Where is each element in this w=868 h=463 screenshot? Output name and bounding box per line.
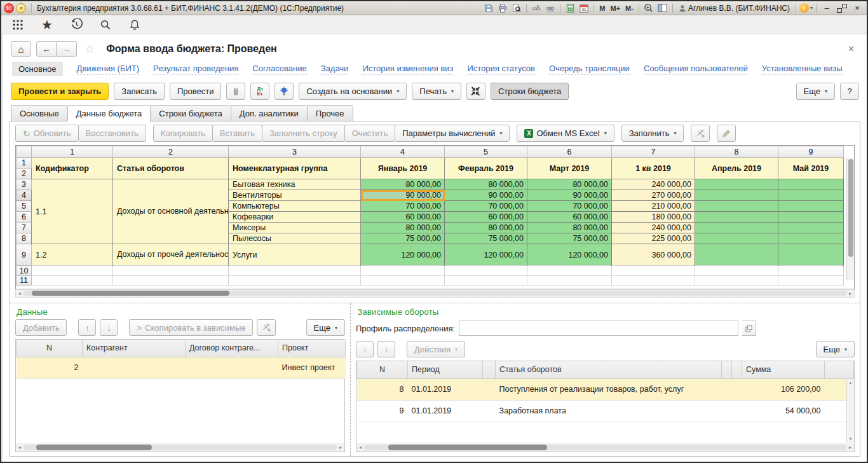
clear-button[interactable]: Очистить <box>344 125 396 142</box>
cell-article[interactable]: Поступления от реализации товаров, работ… <box>496 378 722 400</box>
calculator-button[interactable] <box>564 3 576 13</box>
cell-empty[interactable] <box>695 223 778 233</box>
excel-exchange-button[interactable]: XОбмен MS Excel▾ <box>517 125 614 142</box>
profile-input[interactable] <box>459 321 738 336</box>
table-row[interactable]: 2 Инвест проект <box>17 357 346 378</box>
cell-quarter-total[interactable]: 360 000,00 <box>612 244 695 266</box>
cell-empty[interactable] <box>778 201 844 212</box>
favorites-button[interactable]: ★ <box>39 17 55 32</box>
move-up-button[interactable]: ↑ <box>356 341 374 357</box>
cell-empty[interactable] <box>32 266 113 276</box>
cell-value[interactable]: 80 000,00 <box>361 179 445 190</box>
header-q1[interactable]: 1 кв 2019 <box>612 158 695 179</box>
budget-lines-button[interactable]: Строки бюджета <box>491 83 569 100</box>
cell-period[interactable]: 01.01.2019 <box>408 378 483 400</box>
row-header[interactable]: 7 <box>17 223 32 233</box>
header-april[interactable]: Апрель 2019 <box>695 158 778 179</box>
col-n[interactable]: N <box>357 361 408 378</box>
col-article[interactable]: Статья оборотов <box>496 361 722 378</box>
header-may[interactable]: Май 2019 <box>778 158 844 179</box>
data-table-hscrollbar[interactable]: ◂ ▸ <box>16 443 344 452</box>
cell-nomenclature[interactable]: Вентиляторы <box>229 190 361 201</box>
cell-article[interactable]: Доходы от прочей деятельности <box>113 244 229 266</box>
cell-quarter-total[interactable]: 270 000,00 <box>612 190 695 201</box>
scrollbar-thumb[interactable] <box>388 445 547 450</box>
cell-nomenclature[interactable]: Услуги <box>229 244 361 266</box>
cell-empty[interactable] <box>778 244 844 266</box>
nav-link-user-messages[interactable]: Сообщения пользователей <box>644 64 748 74</box>
cell-empty[interactable] <box>778 276 844 286</box>
grid-horizontal-scrollbar[interactable]: ◂ ▸ <box>15 289 855 298</box>
cell-empty[interactable] <box>778 190 844 201</box>
info-button[interactable]: i <box>799 3 809 13</box>
grid-corner[interactable] <box>17 146 32 158</box>
dependent-table[interactable]: N Период Статья оборотов Сумма 8 <box>356 361 855 452</box>
cell-empty[interactable] <box>113 266 229 276</box>
more-button[interactable]: Еще▾ <box>796 83 835 100</box>
copy-to-dependent-button[interactable]: >Скопировать в зависимые <box>129 319 253 336</box>
cell-value[interactable]: 80 000,00 <box>361 223 445 233</box>
swap-rows-button[interactable] <box>691 125 710 142</box>
scroll-right-icon[interactable]: ▸ <box>846 291 854 296</box>
create-based-on-button[interactable]: Создать на основании▾ <box>299 83 407 100</box>
cell-empty[interactable] <box>229 266 361 276</box>
row-header[interactable]: 5 <box>17 201 32 212</box>
grid-vertical-scrollbar[interactable] <box>846 158 854 280</box>
cell-article[interactable]: Заработная плата <box>496 400 722 422</box>
scrollbar-thumb[interactable] <box>36 445 152 450</box>
cell-empty[interactable] <box>778 233 844 244</box>
open-profile-button[interactable] <box>742 321 756 336</box>
hint-button[interactable] <box>275 83 294 100</box>
scroll-left-icon[interactable]: ◂ <box>16 291 24 296</box>
cell-codifier[interactable]: 1.1 <box>32 179 113 244</box>
cell-value[interactable]: 80 000,00 <box>527 179 612 190</box>
home-button[interactable]: ⌂ <box>11 41 31 57</box>
fill-button[interactable]: Заполнить▾ <box>621 125 684 142</box>
move-down-button[interactable]: ↓ <box>100 319 118 336</box>
cell-value[interactable]: 70 000,00 <box>361 201 445 212</box>
save-button[interactable] <box>482 3 495 13</box>
move-down-button[interactable]: ↓ <box>377 341 395 357</box>
row-header[interactable]: 8 <box>17 233 32 244</box>
cell-empty[interactable] <box>527 266 612 276</box>
row-header[interactable]: 10 <box>17 266 32 276</box>
cell-empty[interactable] <box>229 276 361 286</box>
cell-empty[interactable] <box>695 190 778 201</box>
nav-link-broadcast-queue[interactable]: Очередь трансляции <box>549 64 630 74</box>
cell-empty[interactable] <box>695 179 778 190</box>
move-up-button[interactable]: ↑ <box>78 319 96 336</box>
cell-quarter-total[interactable]: 210 000,00 <box>612 201 695 212</box>
cell-sum[interactable]: 54 000,00 <box>742 400 825 422</box>
col-header[interactable]: 6 <box>527 146 612 158</box>
col-header[interactable]: 4 <box>361 146 445 158</box>
calc-params-button[interactable]: Параметры вычислений▾ <box>395 125 510 142</box>
cell-empty[interactable] <box>695 201 778 212</box>
chevron-down-icon[interactable]: ▾ <box>810 5 813 11</box>
cell-empty[interactable] <box>361 266 445 276</box>
system-menu-button[interactable]: ▾ <box>16 3 26 13</box>
nav-link-status-history[interactable]: История статусов <box>467 64 535 74</box>
row-header[interactable]: 9 <box>17 244 32 266</box>
tab-main[interactable]: Основные <box>11 105 67 121</box>
header-article[interactable]: Статья оборотов <box>113 158 229 179</box>
cell-empty[interactable] <box>778 179 844 190</box>
col-header[interactable]: 7 <box>612 146 695 158</box>
cell-value[interactable]: 70 000,00 <box>527 201 612 212</box>
cell-nomenclature[interactable]: Миксеры <box>229 223 361 233</box>
scroll-left-icon[interactable]: ◂ <box>16 445 24 450</box>
data-more-button[interactable]: Еще▾ <box>306 319 345 336</box>
close-window-button[interactable]: × <box>850 3 864 13</box>
current-user[interactable]: Агличев В.В. (БИТ.ФИНАНС) <box>676 4 792 13</box>
attachments-button[interactable] <box>226 83 245 100</box>
copy-button[interactable]: Копировать <box>153 125 213 142</box>
forward-button[interactable]: → <box>57 41 77 57</box>
cell-value[interactable]: 70 000,00 <box>445 201 527 212</box>
go-to-link-button[interactable] <box>544 3 557 13</box>
table-row[interactable]: 9 01.01.2019 Заработная плата 54 000,00 <box>357 400 854 422</box>
row-header[interactable]: 1 <box>17 158 32 169</box>
zoom-button[interactable] <box>642 3 655 13</box>
scroll-left-icon[interactable]: ◂ <box>356 445 364 450</box>
memory-m-plus-button[interactable]: M+ <box>609 4 623 12</box>
cell-value[interactable]: 80 000,00 <box>527 223 612 233</box>
cell-empty[interactable] <box>695 244 778 266</box>
